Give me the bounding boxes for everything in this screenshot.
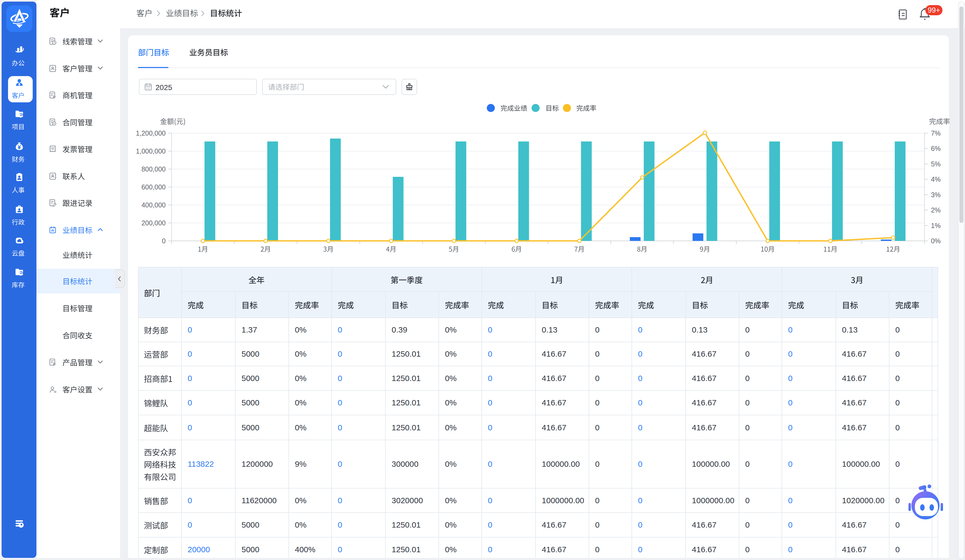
svg-text:200,000: 200,000 xyxy=(142,219,166,227)
svg-text:1,000,000: 1,000,000 xyxy=(136,147,166,155)
svg-text:0%: 0% xyxy=(931,237,940,245)
svg-text:0: 0 xyxy=(162,237,166,245)
svg-text:6%: 6% xyxy=(931,145,940,152)
svg-text:4%: 4% xyxy=(931,175,940,183)
svg-text:800,000: 800,000 xyxy=(142,165,166,173)
svg-text:600,000: 600,000 xyxy=(142,183,166,191)
svg-text:5%: 5% xyxy=(931,160,940,168)
svg-text:7%: 7% xyxy=(931,129,940,137)
svg-text:1,200,000: 1,200,000 xyxy=(136,129,166,137)
svg-text:3%: 3% xyxy=(931,191,940,199)
svg-text:1%: 1% xyxy=(931,222,940,229)
svg-text:400,000: 400,000 xyxy=(142,201,166,209)
svg-text:2%: 2% xyxy=(931,206,940,214)
